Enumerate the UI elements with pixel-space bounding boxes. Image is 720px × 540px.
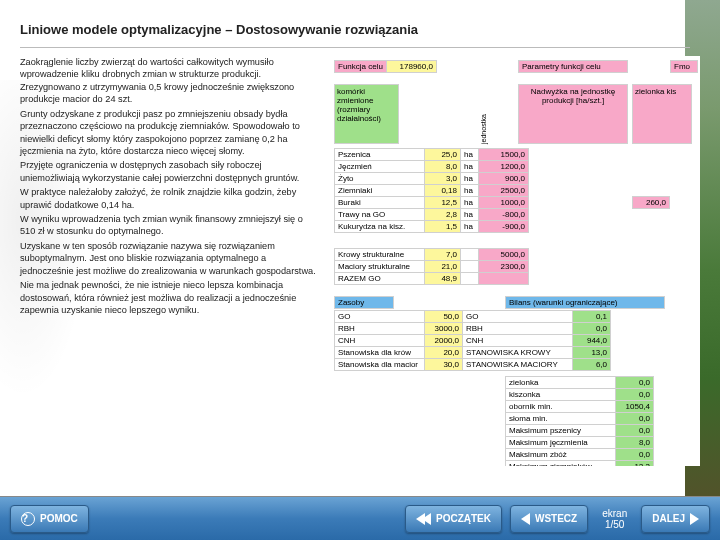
rewind-icon (416, 513, 431, 525)
cell: Pszenica (335, 149, 425, 161)
komorki-label: komórki zmienione (rozmiary działalności… (334, 84, 399, 144)
cell: 3000,0 (425, 323, 463, 335)
cell: Żyto (335, 173, 425, 185)
back-label: WSTECZ (535, 513, 577, 524)
cell: 30,0 (425, 359, 463, 371)
cell: 2000,0 (425, 335, 463, 347)
paragraph: Przyjęte ograniczenia w dostępnych zasob… (20, 159, 320, 184)
cell: 0,0 (573, 323, 611, 335)
cell: Maksimum zbóż (506, 449, 616, 461)
cell: 5000,0 (479, 249, 529, 261)
cell: Stanowiska dla krów (335, 347, 425, 359)
cell: GO (335, 311, 425, 323)
cell: obornik min. (506, 401, 616, 413)
paragraph: Zaokrąglenie liczby zwierząt do wartości… (20, 56, 320, 106)
cell: Maksimum ziemniaków (506, 461, 616, 467)
cell: 3,0 (425, 173, 461, 185)
footer-nav: ? POMOC POCZĄTEK WSTECZ ekran 1/50 DALEJ (0, 496, 720, 540)
cell: Jęczmień (335, 161, 425, 173)
cell: Maksimum pszenicy (506, 425, 616, 437)
cell: 2,8 (425, 209, 461, 221)
page-indicator: ekran 1/50 (602, 508, 627, 530)
bilans-header: Bilans (warunki ograniczające) (505, 296, 665, 309)
animals-table: Krowy strukturalne7,05000,0Maciory struk… (334, 248, 529, 285)
cell: Maksimum jęczmienia (506, 437, 616, 449)
crops-table: Pszenica25,0ha1500,0Jęczmień8,0ha1200,0Ż… (334, 148, 529, 233)
cell: Trawy na GO (335, 209, 425, 221)
cell: zielonka (506, 377, 616, 389)
cell: 8,0 (616, 437, 654, 449)
cell: 48,9 (425, 273, 461, 285)
cell: słoma min. (506, 413, 616, 425)
cell: ha (461, 161, 479, 173)
cell: ha (461, 185, 479, 197)
cell: 944,0 (573, 335, 611, 347)
cell: Maciory strukturalne (335, 261, 425, 273)
jednostka-label: jednostka (480, 86, 487, 144)
body-row: Zaokrąglenie liczby zwierząt do wartości… (20, 56, 700, 466)
cell: 0,0 (616, 377, 654, 389)
triangle-right-icon (690, 513, 699, 525)
cell: 0,0 (616, 413, 654, 425)
cell: STANOWISKA KROWY (463, 347, 573, 359)
zasoby-table: GO50,0GO0,1RBH3000,0RBH0,0CNH2000,0CNH94… (334, 310, 611, 371)
cell: Stanowiska dla macior (335, 359, 425, 371)
cell: 1000,0 (479, 197, 529, 209)
cell: RBH (335, 323, 425, 335)
cell: 2500,0 (479, 185, 529, 197)
cell: CNH (463, 335, 573, 347)
triangle-left-icon (521, 513, 530, 525)
zasoby-header: Zasoby (334, 296, 394, 309)
cell: ha (461, 209, 479, 221)
ekran-label: ekran (602, 508, 627, 519)
cell: 1,5 (425, 221, 461, 233)
cell: Krowy strukturalne (335, 249, 425, 261)
cell: -800,0 (479, 209, 529, 221)
fmo-label: Fmo (670, 60, 698, 73)
cell: 0,18 (425, 185, 461, 197)
start-label: POCZĄTEK (436, 513, 491, 524)
cell: 2300,0 (479, 261, 529, 273)
back-button[interactable]: WSTECZ (510, 505, 588, 533)
page-title: Liniowe modele optymalizacyjne – Dostoso… (20, 22, 700, 37)
cell: GO (463, 311, 573, 323)
cell: 7,0 (425, 249, 461, 261)
cell (461, 261, 479, 273)
cell: CNH (335, 335, 425, 347)
content-area: Liniowe modele optymalizacyjne – Dostoso… (20, 22, 700, 466)
start-button[interactable]: POCZĄTEK (405, 505, 502, 533)
cell: 1500,0 (479, 149, 529, 161)
cell: kiszonka (506, 389, 616, 401)
cell: 900,0 (479, 173, 529, 185)
cell: 20,0 (425, 347, 463, 359)
funkcja-celu-value: 178960,0 (386, 61, 436, 73)
cell: 50,0 (425, 311, 463, 323)
text-column: Zaokrąglenie liczby zwierząt do wartości… (20, 56, 320, 466)
zielonka-label: zielonka kis (632, 84, 692, 144)
cell: 12,3 (616, 461, 654, 467)
cell: ha (461, 173, 479, 185)
paragraph: Uzyskane w ten sposób rozwiązanie nazywa… (20, 240, 320, 277)
cell: 25,0 (425, 149, 461, 161)
title-divider (20, 47, 690, 48)
cell: 0,0 (616, 425, 654, 437)
cell: ha (461, 149, 479, 161)
help-button[interactable]: ? POMOC (10, 505, 89, 533)
cell: ha (461, 197, 479, 209)
next-button[interactable]: DALEJ (641, 505, 710, 533)
cell: 1200,0 (479, 161, 529, 173)
cell: 1050,4 (616, 401, 654, 413)
cell: 0,0 (616, 449, 654, 461)
cell: 8,0 (425, 161, 461, 173)
funkcja-celu-label: Funkcja celu (335, 61, 387, 73)
cell: 13,0 (573, 347, 611, 359)
paragraph: W wyniku wprowadzenia tych zmian wynik f… (20, 213, 320, 238)
cell: RBH (463, 323, 573, 335)
cell: 6,0 (573, 359, 611, 371)
val-260: 260,0 (632, 196, 670, 209)
cell: -900,0 (479, 221, 529, 233)
cell: ha (461, 221, 479, 233)
cell: 0,0 (616, 389, 654, 401)
cell (461, 273, 479, 285)
param-header: Parametry funkcji celu (518, 60, 628, 73)
